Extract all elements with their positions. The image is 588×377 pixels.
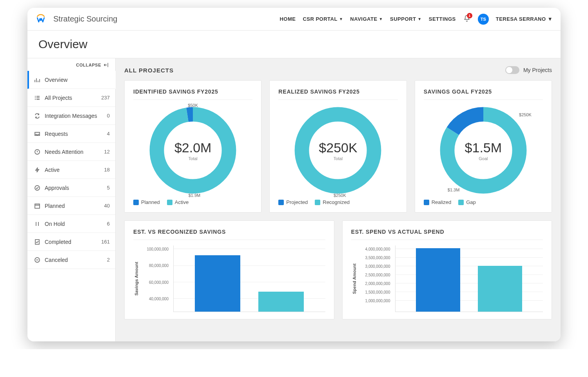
sidebar-item-count: 5 <box>107 185 110 191</box>
y-tick: 3,500,000,000 <box>365 255 393 260</box>
sidebar-item-count: 18 <box>104 167 110 173</box>
card-title: IDENTIFIED SAVINGS FY2025 <box>133 88 252 100</box>
donut-center-sub: Goal <box>479 156 488 161</box>
sidebar-item-count: 6 <box>107 221 110 227</box>
sidebar-item-on-hold[interactable]: On Hold 6 <box>27 215 115 233</box>
notifications-button[interactable]: 1 <box>463 14 471 24</box>
nav-csr-portal[interactable]: CSR PORTAL▼ <box>303 16 343 22</box>
sidebar-item-label: Requests <box>45 131 68 137</box>
nav-csr-label: CSR PORTAL <box>303 16 338 22</box>
card-est-vs-actual-spend: EST. SPEND VS ACTUAL SPEND Spend Amount … <box>342 220 552 319</box>
sidebar-item-needs-attention[interactable]: Needs Attention 12 <box>27 143 115 161</box>
notifications-badge: 1 <box>467 13 472 18</box>
sidebar-item-overview[interactable]: Overview <box>27 71 115 89</box>
bolt-icon <box>34 166 41 173</box>
sync-icon <box>34 112 41 119</box>
sidebar: COLLAPSE Overview All Projects 237 Integ… <box>27 58 116 341</box>
sidebar-item-canceled[interactable]: Canceled 2 <box>27 251 115 269</box>
legend-label: Gap <box>466 199 476 205</box>
user-name-label: TERESA SERRANO <box>496 16 546 22</box>
card-identified-savings: IDENTIFIED SAVINGS FY2025 $2.0M Total $5… <box>124 80 261 213</box>
donut-center-sub: Total <box>334 156 343 161</box>
check-circle-icon <box>34 184 41 191</box>
topbar: Strategic Sourcing HOME CSR PORTAL▼ NAVI… <box>27 8 561 31</box>
legend-item: Recognized <box>315 199 350 205</box>
card-title: REALIZED SAVINGS FY2025 <box>278 88 397 100</box>
main-header: ALL PROJECTS My Projects <box>124 66 552 74</box>
legend-label: Planned <box>141 199 160 205</box>
y-tick: 2,500,000,000 <box>365 272 393 277</box>
card-title: EST. VS RECOGNIZED SAVINGS <box>133 229 325 240</box>
sidebar-item-completed[interactable]: Completed 161 <box>27 233 115 251</box>
bar-estimated-spend <box>416 248 460 312</box>
svg-rect-2 <box>35 204 40 208</box>
sidebar-item-count: 12 <box>104 149 110 155</box>
user-avatar[interactable]: TS <box>478 14 489 25</box>
clipboard-check-icon <box>34 238 41 245</box>
sidebar-item-count: 4 <box>107 131 110 137</box>
card-est-vs-recognized: EST. VS RECOGNIZED SAVINGS Savings Amoun… <box>124 220 334 319</box>
top-nav: HOME CSR PORTAL▼ NAVIGATE▼ SUPPORT▼ SETT… <box>279 14 553 25</box>
y-tick: 1,000,000,000 <box>365 299 393 303</box>
bar-estimated <box>195 255 240 312</box>
sidebar-item-approvals[interactable]: Approvals 5 <box>27 179 115 197</box>
nav-home-label: HOME <box>279 16 296 22</box>
sidebar-item-label: Approvals <box>45 185 69 191</box>
sidebar-item-count: 40 <box>104 203 110 209</box>
sidebar-item-count: 237 <box>101 95 110 101</box>
legend-item: Realized <box>424 199 452 205</box>
page-title: Overview <box>27 31 561 58</box>
donut-chart-identified: $2.0M Total $50K $1.9M <box>148 105 238 195</box>
nav-settings-label: SETTINGS <box>429 16 456 22</box>
nav-support[interactable]: SUPPORT▼ <box>390 16 422 22</box>
alert-icon <box>34 148 41 155</box>
y-tick: 80,000,000 <box>149 263 171 268</box>
legend-label: Active <box>175 199 189 205</box>
sidebar-item-active[interactable]: Active 18 <box>27 161 115 179</box>
y-tick: 2,000,000,000 <box>365 281 393 285</box>
donut-center-value: $2.0M <box>174 140 212 155</box>
bar-chart-savings: Savings Amount 100,000,000 80,000,000 60… <box>133 245 325 312</box>
nav-settings[interactable]: SETTINGS <box>429 16 456 22</box>
donut-slice-label: $250K <box>519 112 532 117</box>
caret-down-icon: ▼ <box>417 17 421 21</box>
legend-label: Recognized <box>323 199 350 205</box>
card-title: SAVINGS GOAL FY2025 <box>424 88 543 100</box>
card-realized-savings: REALIZED SAVINGS FY2025 $250K Total $250… <box>269 80 407 213</box>
sidebar-item-label: Needs Attention <box>45 149 83 155</box>
calendar-icon <box>34 202 41 209</box>
collapse-sidebar-button[interactable]: COLLAPSE <box>27 58 115 71</box>
sidebar-item-label: Overview <box>45 77 67 83</box>
bar-chart-spend: Spend Amount 4,000,000,000 3,500,000,000… <box>351 245 543 312</box>
user-menu[interactable]: TERESA SERRANO▼ <box>496 16 553 22</box>
sidebar-item-label: Completed <box>45 239 71 245</box>
collapse-label: COLLAPSE <box>76 63 101 67</box>
sidebar-item-planned[interactable]: Planned 40 <box>27 197 115 215</box>
nav-navigate[interactable]: NAVIGATE▼ <box>350 16 383 22</box>
my-projects-toggle[interactable] <box>505 66 519 74</box>
inbox-icon <box>34 130 41 137</box>
donut-center-value: $1.5M <box>465 140 502 155</box>
y-tick: 3,000,000,000 <box>365 264 393 268</box>
app-title: Strategic Sourcing <box>53 14 117 23</box>
legend-item: Active <box>167 199 189 205</box>
sidebar-item-requests[interactable]: Requests 4 <box>27 125 115 143</box>
caret-down-icon: ▼ <box>548 16 553 22</box>
legend-label: Projected <box>286 199 308 205</box>
y-axis-label: Savings Amount <box>133 245 140 312</box>
pause-icon <box>34 220 41 227</box>
sidebar-item-integration-messages[interactable]: Integration Messages 0 <box>27 107 115 125</box>
sidebar-item-all-projects[interactable]: All Projects 237 <box>27 89 115 107</box>
y-tick: 4,000,000,000 <box>365 247 393 251</box>
bar-actual-spend <box>478 266 522 312</box>
donut-chart-goal: $1.5M Goal $250K $1.3M <box>438 105 528 195</box>
card-savings-goal: SAVINGS GOAL FY2025 $1.5M Goal $250K $1.… <box>415 80 552 213</box>
donut-center-sub: Total <box>189 156 198 161</box>
legend-item: Projected <box>278 199 308 205</box>
sidebar-item-label: On Hold <box>45 221 65 227</box>
nav-home[interactable]: HOME <box>279 16 296 22</box>
sidebar-item-label: Integration Messages <box>45 113 97 119</box>
sidebar-item-label: Active <box>45 167 60 173</box>
collapse-icon <box>103 62 110 68</box>
nav-navigate-label: NAVIGATE <box>350 16 377 22</box>
